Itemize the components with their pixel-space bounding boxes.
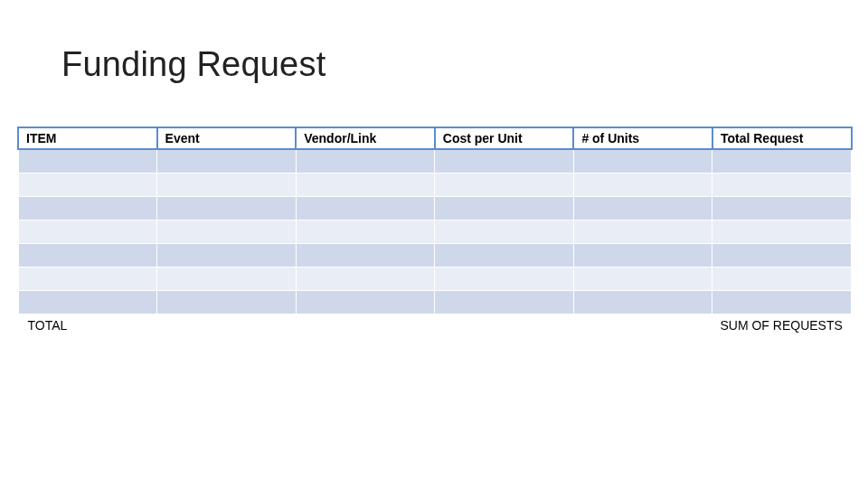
col-vendor: Vendor/Link — [296, 127, 435, 149]
slide: Funding Request ITEM Event Vendor/Link C… — [0, 0, 868, 488]
cell[interactable] — [435, 290, 574, 314]
col-cost: Cost per Unit — [435, 127, 574, 149]
cell[interactable] — [18, 267, 157, 290]
cell[interactable] — [435, 173, 574, 196]
cell[interactable] — [18, 290, 157, 314]
cell[interactable] — [573, 220, 712, 243]
footer-total-label: TOTAL — [18, 314, 157, 337]
footer-cell — [573, 314, 712, 337]
cell[interactable] — [157, 243, 297, 267]
col-event: Event — [157, 127, 297, 149]
cell[interactable] — [296, 290, 435, 314]
col-units: # of Units — [573, 127, 712, 149]
cell[interactable] — [573, 173, 712, 196]
cell[interactable] — [18, 243, 157, 267]
table-row — [18, 290, 852, 314]
table-body: TOTAL SUM OF REQUESTS — [18, 149, 852, 337]
cell[interactable] — [435, 220, 574, 243]
cell[interactable] — [296, 149, 435, 173]
table-header-row: ITEM Event Vendor/Link Cost per Unit # o… — [18, 127, 852, 149]
footer-cell — [157, 314, 297, 337]
cell[interactable] — [18, 196, 157, 220]
cell[interactable] — [712, 290, 852, 314]
cell[interactable] — [712, 149, 852, 173]
cell[interactable] — [712, 196, 852, 220]
cell[interactable] — [296, 196, 435, 220]
table-row — [18, 196, 852, 220]
cell[interactable] — [18, 220, 157, 243]
col-total: Total Request — [712, 127, 852, 149]
cell[interactable] — [157, 149, 297, 173]
cell[interactable] — [573, 267, 712, 290]
footer-cell — [435, 314, 574, 337]
table-footer-row: TOTAL SUM OF REQUESTS — [18, 314, 852, 337]
table-row — [18, 220, 852, 243]
cell[interactable] — [157, 196, 297, 220]
table-row — [18, 243, 852, 267]
cell[interactable] — [435, 149, 574, 173]
page-title: Funding Request — [61, 45, 326, 84]
cell[interactable] — [573, 149, 712, 173]
cell[interactable] — [573, 243, 712, 267]
cell[interactable] — [157, 173, 297, 196]
cell[interactable] — [712, 173, 852, 196]
cell[interactable] — [296, 173, 435, 196]
cell[interactable] — [296, 267, 435, 290]
footer-cell — [296, 314, 435, 337]
table-row — [18, 267, 852, 290]
funding-table: ITEM Event Vendor/Link Cost per Unit # o… — [17, 127, 853, 338]
cell[interactable] — [573, 290, 712, 314]
cell[interactable] — [712, 243, 852, 267]
table-row — [18, 149, 852, 173]
cell[interactable] — [157, 267, 297, 290]
cell[interactable] — [435, 243, 574, 267]
cell[interactable] — [435, 267, 574, 290]
cell[interactable] — [18, 173, 157, 196]
cell[interactable] — [573, 196, 712, 220]
col-item: ITEM — [18, 127, 157, 149]
cell[interactable] — [296, 243, 435, 267]
cell[interactable] — [157, 220, 297, 243]
cell[interactable] — [157, 290, 297, 314]
footer-sum: SUM OF REQUESTS — [712, 314, 852, 337]
cell[interactable] — [712, 220, 852, 243]
table-row — [18, 173, 852, 196]
cell[interactable] — [435, 196, 574, 220]
cell[interactable] — [18, 149, 157, 173]
cell[interactable] — [296, 220, 435, 243]
cell[interactable] — [712, 267, 852, 290]
